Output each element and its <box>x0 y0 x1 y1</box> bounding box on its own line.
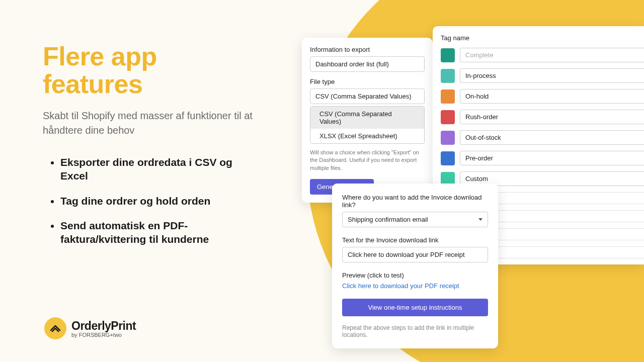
view-setup-instructions-button[interactable]: View one-time setup instructions <box>342 299 488 316</box>
tag-name-input[interactable] <box>460 48 644 62</box>
export-panel: Information to export Dashboard order li… <box>302 38 433 203</box>
logo-icon <box>44 317 66 339</box>
invoice-preview-label: Preview (click to test) <box>342 272 488 279</box>
tag-row <box>441 130 644 145</box>
tag-row <box>441 151 644 165</box>
feature-list: Eksporter dine ordredata i CSV og Excel … <box>43 155 259 246</box>
tag-row <box>441 110 644 124</box>
tags-label: Tag name <box>441 34 644 42</box>
tag-row <box>441 48 644 62</box>
export-info-value: Dashboard order list (full) <box>315 60 389 68</box>
invoice-where-label: Where do you want to add the Invoice dow… <box>342 194 488 209</box>
dropdown-option-csv[interactable]: CSV (Comma Separated Values) <box>310 107 424 129</box>
logo-name: OrderlyPrint <box>71 319 136 333</box>
tag-row <box>441 68 644 83</box>
dropdown-option-xlsx[interactable]: XLSX (Excel Spreadsheet) <box>310 129 424 143</box>
tag-color-swatch[interactable] <box>441 89 455 104</box>
chevron-down-icon <box>478 218 482 221</box>
tag-name-input[interactable] <box>460 110 644 124</box>
export-file-dropdown: CSV (Comma Separated Values) XLSX (Excel… <box>310 106 425 144</box>
tag-name-input[interactable] <box>460 89 644 104</box>
marketing-copy: Flere app features Skabt til Shopify med… <box>43 43 259 257</box>
headline: Flere app features <box>43 43 259 98</box>
tag-name-input[interactable] <box>460 151 644 165</box>
feature-item: Tag dine ordrer og hold orden <box>60 194 259 208</box>
invoice-preview-link[interactable]: Click here to download your PDF receipt <box>342 282 488 290</box>
tag-color-swatch[interactable] <box>441 151 455 165</box>
invoice-location-value: Shipping confirmation email <box>348 216 428 223</box>
subheadline: Skabt til Shopify med masser af funktion… <box>43 109 259 138</box>
feature-item: Eksporter dine ordredata i CSV og Excel <box>60 155 259 183</box>
export-file-value: CSV (Comma Separated Values) <box>315 93 412 100</box>
tag-color-swatch[interactable] <box>441 110 455 124</box>
tag-name-input[interactable] <box>460 68 644 83</box>
invoice-repeat-note: Repeat the above steps to add the link i… <box>342 324 488 338</box>
export-helper: Will show a choice when clicking "Export… <box>310 149 425 172</box>
invoice-link-panel: Where do you want to add the Invoice dow… <box>332 184 498 348</box>
export-file-select[interactable]: CSV (Comma Separated Values) <box>310 88 425 104</box>
tag-color-swatch[interactable] <box>441 48 455 62</box>
feature-item: Send automatisk en PDF-faktura/kvitterin… <box>60 219 259 246</box>
invoice-link-text-input[interactable] <box>342 247 488 262</box>
headline-line2: features <box>43 69 142 99</box>
tag-color-swatch[interactable] <box>441 69 455 83</box>
export-info-label: Information to export <box>310 46 425 53</box>
export-info-select[interactable]: Dashboard order list (full) <box>310 56 425 72</box>
invoice-text-label: Text for the Invoice download link <box>342 236 488 244</box>
invoice-location-select[interactable]: Shipping confirmation email <box>342 212 488 227</box>
export-file-label: File type <box>310 78 425 85</box>
tag-name-input[interactable] <box>460 130 644 145</box>
tag-row <box>441 89 644 104</box>
tag-color-swatch[interactable] <box>441 131 455 145</box>
brand-logo: OrderlyPrint by FORSBERG+two <box>44 317 136 339</box>
headline-line1: Flere app <box>43 42 157 71</box>
logo-byline: by FORSBERG+two <box>71 332 136 338</box>
